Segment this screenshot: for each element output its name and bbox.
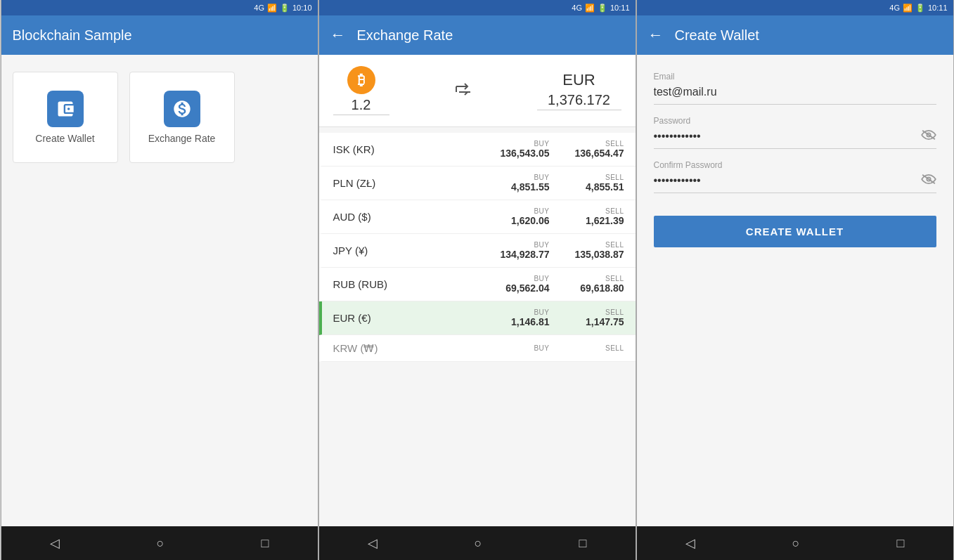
create-wallet-card[interactable]: Create Wallet — [13, 72, 118, 163]
wallet-icon — [47, 91, 84, 127]
battery-icon-2: 🔋 — [598, 4, 607, 13]
convert-arrow — [455, 83, 472, 99]
nav-home-3[interactable]: ○ — [781, 530, 811, 556]
rate-row-rub[interactable]: RUB (RUB) BUY 69,562.04 SELL 69,618.80 — [319, 268, 636, 301]
nav-home-1[interactable]: ○ — [146, 530, 176, 556]
nav-recent-3[interactable]: □ — [886, 530, 916, 556]
rate-currency-jpy: JPY (¥) — [333, 245, 475, 256]
rate-buy-eur: BUY 1,146.81 — [486, 308, 550, 327]
confirm-password-label: Confirm Password — [654, 160, 936, 170]
signal-icon-3: 4G — [889, 4, 900, 12]
create-wallet-label: Create Wallet — [35, 133, 94, 144]
email-label: Email — [654, 72, 936, 82]
rate-sell-eur: SELL 1,147.75 — [561, 308, 624, 327]
rate-sell-isk: SELL 136,654.47 — [561, 140, 624, 159]
rate-buy-jpy: BUY 134,928.77 — [486, 241, 550, 260]
nav-home-2[interactable]: ○ — [463, 530, 494, 556]
eur-side: EUR 1,376.172 — [537, 71, 621, 110]
app-bar-3: ← Create Wallet — [637, 15, 953, 55]
btc-value[interactable]: 1.2 — [333, 97, 389, 115]
rate-buy-aud: BUY 1,620.06 — [486, 207, 550, 226]
phone-3: 4G 📶 🔋 10:11 ← Create Wallet Email Passw… — [636, 0, 954, 560]
rate-buy-isk: BUY 136,543.05 — [486, 140, 550, 159]
app-title: Blockchain Sample — [13, 27, 132, 44]
nav-back-2[interactable]: ◁ — [356, 530, 389, 556]
nav-recent-1[interactable]: □ — [250, 530, 281, 556]
rate-sell-krw: SELL — [561, 344, 624, 352]
exchange-icon — [164, 91, 200, 127]
status-bar-1: 4G 📶 🔋 10:10 — [1, 0, 318, 15]
rate-row-aud[interactable]: AUD ($) BUY 1,620.06 SELL 1,621.39 — [319, 200, 636, 234]
password-input-wrapper — [654, 127, 936, 149]
btc-icon: ₿ — [347, 66, 375, 94]
nav-back-1[interactable]: ◁ — [39, 530, 71, 556]
phone-1: 4G 📶 🔋 10:10 Blockchain Sample Create Wa… — [1, 0, 318, 560]
time-display-2: 10:11 — [610, 4, 630, 12]
status-bar-3: 4G 📶 🔋 10:11 — [637, 0, 953, 15]
time-display: 10:10 — [292, 4, 312, 12]
eur-label: EUR — [562, 71, 595, 89]
rate-currency-aud: AUD ($) — [333, 211, 475, 223]
rate-row-eur[interactable]: EUR (€) BUY 1,146.81 SELL 1,147.75 — [319, 301, 636, 335]
exchange-rate-label: Exchange Rate — [148, 133, 216, 144]
signal-icon: 4G — [254, 4, 264, 12]
password-input[interactable] — [654, 127, 921, 145]
confirm-password-input[interactable] — [654, 171, 921, 190]
email-input[interactable] — [654, 83, 936, 101]
rate-row-krw[interactable]: KRW (₩) BUY SELL — [319, 335, 636, 362]
signal-bars-3: 📶 — [903, 4, 913, 13]
nav-back-3[interactable]: ◁ — [674, 530, 707, 556]
rates-list: ISK (KR) BUY 136,543.05 SELL 136,654.47 … — [319, 133, 636, 362]
btc-side: ₿ 1.2 — [333, 66, 389, 115]
back-button-3[interactable]: ← — [648, 26, 664, 44]
email-input-wrapper — [654, 83, 936, 105]
screen-1: Create Wallet Exchange Rate — [1, 55, 318, 526]
rate-sell-aud: SELL 1,621.39 — [561, 207, 624, 226]
password-label: Password — [654, 116, 936, 126]
rate-sell-pln: SELL 4,855.51 — [561, 174, 624, 193]
signal-icon-2: 4G — [572, 4, 582, 12]
rate-sell-jpy: SELL 135,038.87 — [561, 241, 624, 260]
converter-section: ₿ 1.2 EUR 1,376.172 — [319, 55, 636, 127]
rate-buy-krw: BUY — [486, 344, 550, 352]
app-bar-2: ← Exchange Rate — [319, 15, 636, 55]
confirm-password-input-wrapper — [654, 171, 936, 193]
back-button-2[interactable]: ← — [330, 26, 346, 44]
exchange-rate-card[interactable]: Exchange Rate — [129, 72, 235, 163]
nav-recent-2[interactable]: □ — [568, 530, 598, 556]
rate-currency-pln: PLN (ZŁ) — [333, 177, 475, 189]
rate-row-jpy[interactable]: JPY (¥) BUY 134,928.77 SELL 135,038.87 — [319, 234, 636, 268]
bottom-nav-1: ◁ ○ □ — [1, 526, 318, 560]
signal-bars: 📶 — [267, 4, 277, 13]
signal-bars-2: 📶 — [585, 4, 595, 13]
app-title-2: Exchange Rate — [357, 27, 453, 44]
status-bar-2: 4G 📶 🔋 10:11 — [319, 0, 636, 15]
confirm-password-visibility-toggle[interactable] — [921, 174, 936, 188]
password-group: Password — [654, 116, 936, 149]
screen-2: ₿ 1.2 EUR 1,376.172 ISK (KR — [319, 55, 636, 526]
rate-currency-eur: EUR (€) — [333, 312, 475, 324]
eur-value[interactable]: 1,376.172 — [537, 92, 621, 110]
rate-row-pln[interactable]: PLN (ZŁ) BUY 4,851.55 SELL 4,855.51 — [319, 167, 636, 200]
rate-currency-isk: ISK (KR) — [333, 143, 475, 155]
phone-2: 4G 📶 🔋 10:11 ← Exchange Rate ₿ 1.2 — [318, 0, 636, 560]
rate-currency-krw: KRW (₩) — [333, 342, 475, 355]
rate-sell-rub: SELL 69,618.80 — [561, 275, 624, 294]
battery-icon: 🔋 — [280, 4, 290, 13]
create-wallet-button[interactable]: CREATE WALLET — [654, 216, 936, 247]
time-display-3: 10:11 — [928, 4, 948, 12]
email-group: Email — [654, 72, 936, 105]
rate-buy-rub: BUY 69,562.04 — [486, 275, 550, 294]
bottom-nav-2: ◁ ○ □ — [319, 526, 636, 560]
confirm-password-group: Confirm Password — [654, 160, 936, 193]
battery-icon-3: 🔋 — [915, 4, 925, 13]
screen-3: Email Password Confirm Password — [637, 55, 953, 526]
app-title-3: Create Wallet — [675, 27, 759, 44]
password-visibility-toggle[interactable] — [921, 129, 936, 144]
rate-currency-rub: RUB (RUB) — [333, 278, 475, 290]
app-bar-1: Blockchain Sample — [1, 15, 318, 55]
rate-buy-pln: BUY 4,851.55 — [486, 174, 550, 193]
bottom-nav-3: ◁ ○ □ — [637, 526, 953, 560]
rate-row-isk[interactable]: ISK (KR) BUY 136,543.05 SELL 136,654.47 — [319, 133, 636, 167]
